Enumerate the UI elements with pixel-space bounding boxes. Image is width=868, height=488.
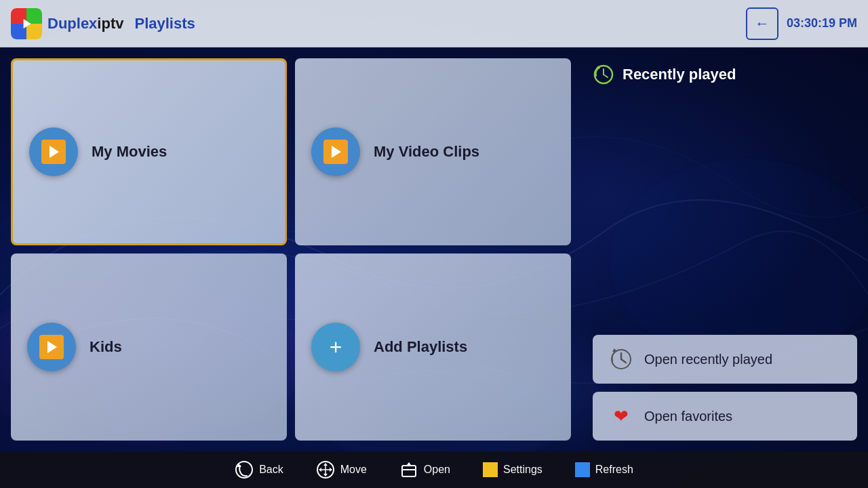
open-box-icon [399,460,418,479]
open-favorites-icon: ❤ [609,404,633,428]
back-refresh-icon [235,460,254,479]
logo-play-icon [24,19,31,28]
playlist-label-my-movies: My Movies [92,143,167,161]
footer-open-label: Open [424,464,450,476]
footer: Back Move Open Settings Refres [0,451,868,488]
svg-marker-23 [407,462,411,465]
play-triangle-icon [50,146,59,158]
yellow-square-icon [483,462,498,477]
playlist-label-kids: Kids [90,338,122,356]
logo-icon [11,8,42,39]
footer-back-label: Back [259,464,283,476]
page-title: Playlists [134,15,195,33]
svg-marker-18 [319,468,321,472]
open-recently-played-icon [609,347,633,371]
header: Duplexiptv Playlists ← 03:30:19 PM [0,0,868,47]
svg-marker-19 [330,468,332,472]
playlist-item-my-video-clips[interactable]: My Video Clips [295,58,571,245]
recently-played-title: Recently played [623,66,736,83]
svg-marker-17 [323,474,328,476]
footer-settings-label: Settings [503,464,542,476]
playlist-item-add-playlists[interactable]: + Add Playlists [295,253,571,441]
playlist-item-my-movies[interactable]: My Movies [11,58,287,245]
playlist-icon-my-video-clips [311,127,360,176]
footer-back[interactable]: Back [235,460,283,479]
playlists-panel: My Movies My Video Clips Kids + [0,47,582,451]
play-icon-wrapper-2 [323,140,348,164]
back-button[interactable]: ← [746,7,778,40]
footer-refresh[interactable]: Refresh [575,462,633,477]
blue-square-icon [575,462,590,477]
footer-move[interactable]: Move [316,460,367,479]
play-icon-wrapper [41,140,66,164]
open-recently-played-label: Open recently played [644,352,772,367]
playlist-icon-my-movies [29,127,78,176]
svg-marker-16 [323,463,328,466]
clock-display: 03:30:19 PM [787,16,857,30]
back-arrow-icon: ← [755,15,770,33]
footer-settings[interactable]: Settings [483,462,542,477]
playlist-icon-add: + [311,323,360,371]
recently-played-header: Recently played [593,58,857,91]
footer-refresh-label: Refresh [595,464,633,476]
svg-line-5 [604,75,608,77]
playlist-icon-kids [27,323,76,371]
heart-icon: ❤ [614,406,629,427]
recent-clock-icon [593,64,614,85]
svg-line-9 [621,359,626,363]
play-triangle-icon-2 [332,146,341,158]
svg-rect-20 [402,466,416,476]
playlist-label-add: Add Playlists [374,338,467,356]
logo-quad-blue [11,24,26,39]
playlist-item-kids[interactable]: Kids [11,253,287,441]
footer-move-label: Move [340,464,367,476]
logo: Duplexiptv [11,8,123,39]
svg-marker-10 [612,348,617,352]
move-arrows-icon [316,460,335,479]
open-recently-played-button[interactable]: Open recently played [593,335,857,384]
open-favorites-label: Open favorites [644,409,732,424]
right-panel: Recently played Open recently played ❤ O… [582,47,868,451]
app-name-suffix: iptv [97,15,123,32]
footer-open[interactable]: Open [399,460,450,479]
playlist-label-my-video-clips: My Video Clips [374,143,479,161]
app-name: Duplexiptv [47,15,123,33]
plus-icon: + [330,336,342,358]
main-content: My Movies My Video Clips Kids + [0,47,868,451]
open-favorites-button[interactable]: ❤ Open favorites [593,392,857,441]
play-triangle-icon-3 [47,341,57,353]
play-icon-wrapper-3 [39,335,64,359]
